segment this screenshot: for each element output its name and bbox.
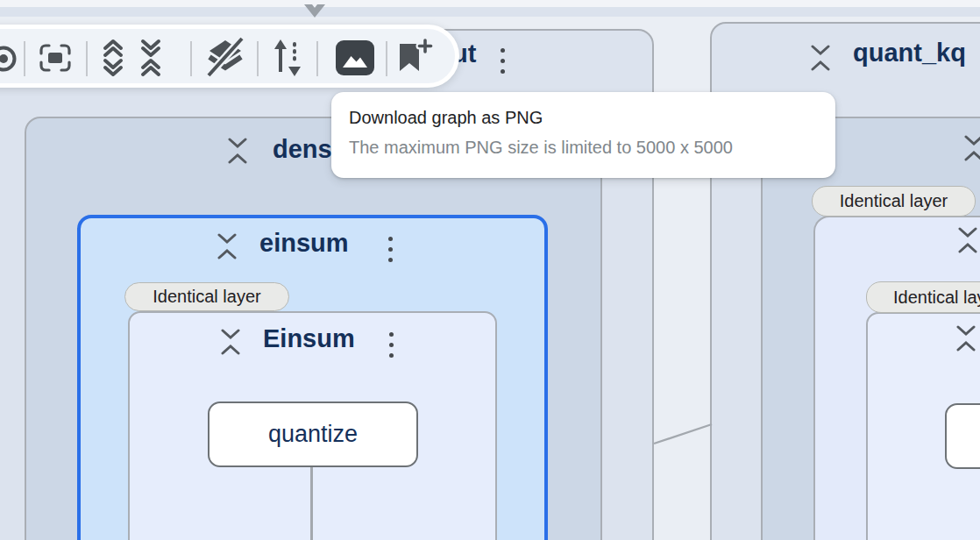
op-node-label: quantize — [268, 421, 358, 448]
collapse-layer-icon[interactable] — [955, 325, 977, 352]
toolbar-separator — [190, 41, 192, 76]
collapse-layer-icon[interactable] — [809, 45, 832, 71]
op-node-clipped[interactable] — [945, 403, 980, 469]
add-bookmark-icon[interactable] — [394, 39, 433, 80]
offscreen-node-band — [0, 7, 980, 17]
toolbar-separator — [86, 41, 88, 76]
badge-label: Identical layer — [153, 287, 260, 307]
badge-label: Identical layer — [840, 191, 948, 211]
collapse-layer-icon[interactable] — [962, 135, 980, 161]
toolbar-separator — [257, 41, 259, 76]
expand-all-layers-icon[interactable] — [96, 38, 130, 81]
layer-title-einsum-inner[interactable]: Einsum — [263, 326, 355, 352]
identical-layer-badge: Identical layer — [812, 186, 976, 217]
edge-arrowhead-icon — [302, 2, 328, 19]
toolbar-separator — [386, 41, 387, 76]
identical-layer-badge: Identical layer — [124, 282, 289, 311]
edge-quantize-output — [310, 465, 313, 540]
download-png-tooltip: Download graph as PNG The maximum PNG si… — [331, 92, 835, 178]
layer-title-quant-kq[interactable]: quant_kq — [853, 40, 966, 66]
collapse-layer-icon[interactable] — [216, 233, 238, 259]
collapse-all-layers-icon[interactable] — [134, 38, 167, 81]
layer-menu-icon[interactable] — [388, 237, 393, 262]
collapse-layer-icon[interactable] — [956, 227, 979, 253]
toolbar-separator — [24, 41, 25, 76]
canvas-top-strip — [0, 0, 980, 7]
layer-menu-icon[interactable] — [389, 332, 394, 358]
collapse-layer-icon[interactable] — [226, 138, 249, 164]
model-explorer-canvas: Identical layer Identical layer Identica… — [0, 0, 980, 540]
tooltip-subtitle: The maximum PNG size is limited to 5000 … — [349, 135, 818, 160]
resize-vertical-icon[interactable] — [270, 37, 305, 82]
edge-between-groups — [649, 419, 715, 451]
identical-layer-badge: Identical layer — [866, 281, 980, 313]
flatten-layers-icon[interactable] — [202, 35, 249, 82]
tooltip-title: Download graph as PNG — [349, 105, 818, 130]
layer-title-einsum[interactable]: einsum — [259, 231, 349, 256]
download-png-icon[interactable] — [336, 40, 374, 79]
badge-label: Identical layer — [893, 288, 980, 308]
visibility-icon[interactable] — [0, 41, 21, 79]
toolbar-separator — [316, 41, 318, 76]
collapse-layer-icon[interactable] — [219, 329, 242, 355]
layer-menu-icon[interactable] — [501, 48, 505, 74]
fit-screen-icon[interactable] — [39, 43, 72, 75]
op-node-quantize[interactable]: quantize — [208, 401, 418, 467]
layer-title-dens[interactable]: dens — [273, 137, 332, 162]
